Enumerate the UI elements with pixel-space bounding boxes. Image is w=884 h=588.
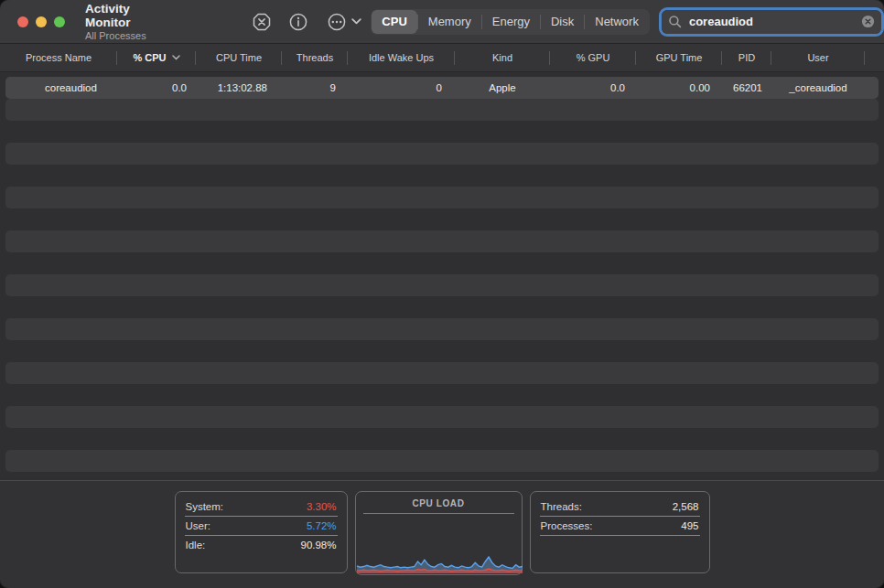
search-field [662, 10, 881, 34]
window-subtitle: All Processes [85, 30, 177, 42]
empty-row-stripe [5, 362, 879, 384]
empty-row-stripe [5, 252, 879, 274]
stat-label: User: [186, 520, 210, 531]
inspect-button[interactable] [288, 12, 308, 32]
clear-search-button[interactable] [861, 15, 875, 28]
column-header-pid[interactable]: PID [722, 44, 771, 72]
stat-row-processes: Processes:495 [531, 517, 709, 535]
view-tab-group: CPUMemoryEnergyDiskNetwork [371, 9, 650, 35]
column-header-gpu-time[interactable]: GPU Time [636, 44, 722, 72]
search-icon [668, 15, 682, 28]
process-row-coreaudiod[interactable]: coreaudiod0.01:13:02.8890Apple0.00.00662… [5, 77, 879, 99]
window-title: Activity Monitor [85, 2, 177, 30]
column-header-kind[interactable]: Kind [455, 44, 550, 72]
empty-row-stripe [5, 318, 879, 340]
stat-label: System: [186, 501, 224, 512]
status-footer: System:3.30%User:5.72%Idle:90.98% CPU LO… [0, 480, 884, 588]
cell-cpu-time: 1:13:02.88 [196, 77, 282, 99]
cpu-load-graph-box: CPU LOAD [355, 491, 523, 575]
quit-process-button[interactable] [252, 12, 272, 32]
column-header--gpu[interactable]: % GPU [550, 44, 636, 72]
empty-row-stripe [5, 428, 879, 450]
column-header-cpu-time[interactable]: CPU Time [196, 44, 282, 72]
toolbar: Activity Monitor All Processes [0, 0, 884, 44]
stat-row-idle: Idle:90.98% [176, 536, 347, 554]
tab-network[interactable]: Network [585, 10, 649, 34]
empty-row-stripe [5, 121, 879, 143]
close-button[interactable] [17, 16, 28, 27]
clear-circle-icon [861, 15, 875, 28]
graph-title-rule [363, 513, 514, 514]
cell--cpu: 0.0 [117, 77, 196, 99]
cpu-percent-stats-box: System:3.30%User:5.72%Idle:90.98% [175, 491, 348, 573]
ellipsis-circle-icon [327, 12, 347, 32]
tab-cpu[interactable]: CPU [372, 10, 416, 34]
empty-row-stripe [5, 340, 879, 362]
empty-row-stripe [5, 99, 879, 121]
process-table: coreaudiod0.01:13:02.8890Apple0.00.00662… [0, 72, 884, 480]
column-header-filler [865, 44, 884, 72]
cell-threads: 9 [282, 77, 348, 99]
cell-idle-wake-ups: 0 [348, 77, 455, 99]
more-options-button[interactable] [327, 12, 361, 32]
stat-value: 495 [681, 520, 698, 531]
traffic-lights [17, 16, 65, 27]
search-input[interactable] [687, 14, 861, 29]
tab-memory[interactable]: Memory [418, 10, 481, 34]
empty-row-stripe [5, 406, 879, 428]
column-header-label: User [807, 52, 828, 63]
title-block: Activity Monitor All Processes [85, 2, 177, 42]
cell-process-name: coreaudiod [5, 77, 117, 99]
column-header-label: PID [738, 52, 755, 63]
empty-row-stripe [5, 208, 879, 230]
tab-energy[interactable]: Energy [482, 10, 540, 34]
empty-row-stripe [5, 187, 879, 208]
cpu-load-history-chart [357, 517, 523, 573]
octagon-x-icon [252, 12, 272, 32]
stat-label: Idle: [186, 540, 206, 551]
stat-value: 90.98% [300, 540, 336, 551]
empty-row-stripe [5, 274, 879, 296]
column-header-threads[interactable]: Threads [282, 44, 348, 72]
empty-row-stripe [5, 450, 879, 472]
column-header-label: Kind [492, 52, 512, 63]
table-header-row: Process Name% CPUCPU TimeThreadsIdle Wak… [0, 44, 884, 72]
empty-row-stripe [5, 384, 879, 406]
column-header-label: Threads [296, 52, 333, 63]
activity-monitor-window: Activity Monitor All Processes [0, 0, 884, 588]
column-header-idle-wake-ups[interactable]: Idle Wake Ups [348, 44, 455, 72]
empty-row-stripe [5, 165, 879, 187]
stat-label: Threads: [541, 501, 582, 512]
stat-divider [540, 535, 700, 536]
zoom-button[interactable] [54, 16, 65, 27]
column-header-process-name[interactable]: Process Name [0, 44, 117, 72]
sort-chevron-down-icon [172, 55, 180, 60]
minimize-button[interactable] [36, 16, 47, 27]
column-header-label: % CPU [133, 52, 166, 63]
cell-gpu-time: 0.00 [636, 77, 722, 99]
chevron-down-icon [351, 18, 361, 25]
empty-row-stripe [5, 143, 879, 165]
stat-row-system: System:3.30% [176, 497, 347, 516]
info-icon [288, 12, 308, 32]
empty-row-stripe [5, 230, 879, 252]
column-header-label: CPU Time [216, 52, 262, 63]
column-header-user[interactable]: User [771, 44, 865, 72]
column-header-label: Process Name [26, 52, 92, 63]
threads-processes-stats-box: Threads:2,568Processes:495 [530, 491, 710, 573]
search-field-focus-ring [659, 7, 884, 37]
tab-disk[interactable]: Disk [541, 10, 584, 34]
cell--gpu: 0.0 [550, 77, 636, 99]
stat-label: Processes: [541, 520, 593, 531]
empty-row-stripe [5, 296, 879, 318]
column-header--cpu[interactable]: % CPU [117, 44, 196, 72]
stat-value: 5.72% [307, 520, 337, 531]
cell-pid: 66201 [722, 77, 771, 99]
stat-value: 2,568 [673, 501, 699, 512]
column-header-label: Idle Wake Ups [369, 52, 434, 63]
cpu-load-title: CPU LOAD [356, 492, 522, 508]
cell-kind: Apple [455, 77, 550, 99]
column-header-label: % GPU [577, 52, 610, 63]
stat-value: 3.30% [307, 501, 337, 512]
cell-user: _coreaudiod [771, 77, 865, 99]
